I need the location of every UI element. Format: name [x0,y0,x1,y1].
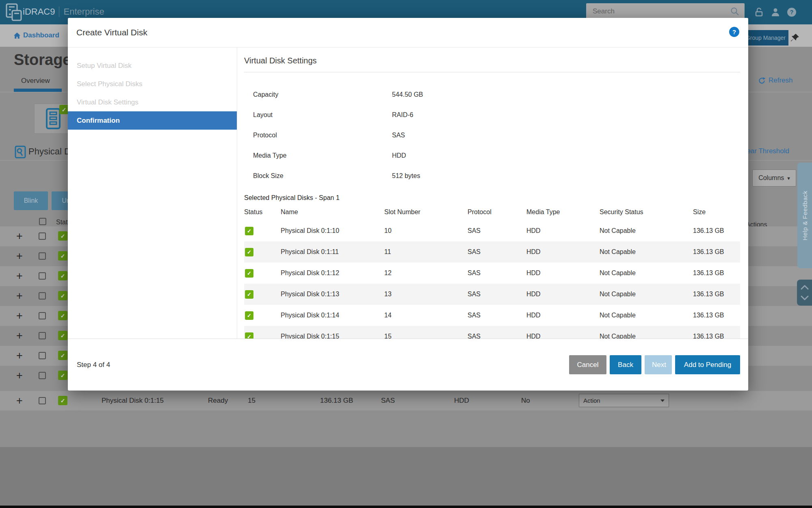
selected-check-icon [245,269,253,278]
brand-edition: Enterprise [63,7,104,17]
col-security-status: Security Status [600,208,693,216]
row-checkbox[interactable] [39,332,46,339]
brand-product: iDRAC9 [23,7,55,17]
cell-size: 136.13 GB [693,291,740,298]
blink-button[interactable]: Blink [14,191,48,210]
expand-row-icon[interactable] [15,310,24,321]
setting-protocol: Protocol SAS [244,125,740,145]
expand-row-icon[interactable] [15,395,24,406]
table-row-disk-15: Physical Disk 0:1:15 Ready 15 136.13 GB … [0,391,812,410]
page-bottom-edge [0,506,812,508]
setting-value: HDD [392,152,406,159]
expand-row-icon[interactable] [15,369,24,381]
cell-security: Not Capable [600,333,693,339]
status-ok-icon [58,371,67,380]
columns-dropdown-button[interactable]: Columns [752,169,796,187]
expand-row-icon[interactable] [15,330,24,341]
cell-size: 136.13 GB [693,269,740,277]
tab-overview[interactable]: Overview [21,77,50,85]
scroll-widget[interactable] [797,280,812,306]
storage-controller-icon [45,108,61,130]
step-setup-virtual-disk[interactable]: Setup Virtual Disk [68,56,237,75]
row-checkbox[interactable] [39,252,46,260]
cell-media: HDD [526,333,600,339]
user-icon[interactable] [770,7,781,17]
idrac-logo-icon [6,3,22,22]
row-checkbox[interactable] [39,272,46,280]
add-to-pending-button[interactable]: Add to Pending [675,355,740,374]
row-checkbox[interactable] [39,312,46,319]
help-icon[interactable]: ? [786,7,797,17]
expand-row-icon[interactable] [15,250,24,261]
cell-media: HDD [526,248,600,256]
disk-slot: 15 [248,397,256,405]
cell-protocol: SAS [468,248,526,256]
dialog-header: Create Virtual Disk ? [68,18,748,48]
help-feedback-tab[interactable]: Help & Feedback [797,163,812,268]
cell-protocol: SAS [468,227,526,234]
select-all-checkbox[interactable] [39,218,46,225]
expand-row-icon[interactable] [15,350,24,361]
nav-item-dashboard[interactable]: Dashboard [23,31,59,39]
setting-label: Capacity [244,91,392,98]
selected-check-icon [245,290,253,299]
selected-check-icon [245,227,253,235]
cell-security: Not Capable [600,312,693,319]
next-button[interactable]: Next [645,355,672,374]
table-row: Physical Disk 0:1:11 11 SAS HDD Not Capa… [244,241,740,263]
step-confirmation[interactable]: Confirmation [68,111,237,130]
page-title: Storage [14,51,71,69]
setting-value: SAS [392,132,405,139]
cell-slot: 14 [384,312,468,319]
search-box[interactable] [586,3,745,20]
selected-check-icon [245,332,253,339]
refresh-link[interactable]: Refresh [758,76,793,85]
back-button[interactable]: Back [610,355,641,374]
status-ok-icon [58,271,67,280]
expand-row-icon[interactable] [15,270,24,281]
svg-text:?: ? [790,9,794,15]
disk-protocol: SAS [381,397,395,405]
action-select-value: Action [583,397,600,404]
expand-row-icon[interactable] [15,290,24,301]
expand-row-icon[interactable] [15,230,24,241]
refresh-label: Refresh [769,76,793,85]
dialog-title: Create Virtual Disk [76,28,147,37]
tab-active-underline [14,89,62,92]
group-manager-button[interactable]: Group Manager [743,30,788,46]
dialog-help-icon[interactable]: ? [729,27,739,37]
search-input[interactable] [586,7,730,15]
scroll-up-icon[interactable] [800,284,809,290]
setting-label: Block Size [244,172,392,180]
step-select-physical-disks[interactable]: Select Physical Disks [68,75,237,93]
unlock-icon[interactable] [754,7,764,17]
cell-name: Physical Disk 0:1:10 [281,227,384,234]
physical-disks-icon [15,145,26,158]
brand-divider [59,7,59,17]
cancel-button[interactable]: Cancel [569,355,606,374]
cell-slot: 13 [384,291,468,298]
setting-value: 512 bytes [392,172,420,180]
row-checkbox[interactable] [39,292,46,300]
refresh-icon [758,77,766,85]
status-ok-icon [58,396,67,405]
row-checkbox[interactable] [39,397,46,404]
step-virtual-disk-settings[interactable]: Virtual Disk Settings [68,93,237,111]
home-icon[interactable] [13,32,21,39]
col-status: Status [244,208,281,216]
status-ok-icon [58,351,67,360]
action-select[interactable]: Action [579,394,669,407]
cell-protocol: SAS [468,269,526,277]
pin-icon[interactable] [790,33,799,43]
col-media-type: Media Type [526,208,600,216]
table-row-clipped: Physical Disk 0:1:15 15 SAS HDD Not Capa… [244,326,740,339]
cell-size: 136.13 GB [693,227,740,234]
scroll-down-icon[interactable] [800,295,809,301]
row-checkbox[interactable] [39,232,46,240]
row-checkbox[interactable] [39,352,46,359]
table-header-row: Status Name Slot Number Protocol Media T… [244,204,740,220]
row-checkbox[interactable] [39,372,46,379]
settings-summary: Capacity 544.50 GB Layout RAID-6 Protoco… [244,85,740,186]
cell-media: HDD [526,312,600,319]
search-icon[interactable] [730,7,740,16]
